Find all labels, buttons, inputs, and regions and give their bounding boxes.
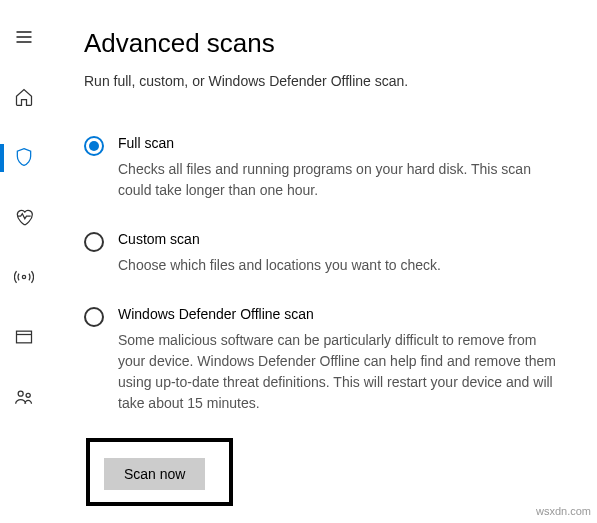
menu-icon <box>14 27 34 50</box>
radio-offline-scan[interactable] <box>84 307 104 327</box>
svg-rect-4 <box>17 331 32 343</box>
svg-point-6 <box>18 391 23 396</box>
sidebar-menu[interactable] <box>0 18 48 58</box>
page-subtitle: Run full, custom, or Windows Defender Of… <box>84 73 561 89</box>
svg-point-3 <box>22 275 25 278</box>
sidebar-security[interactable] <box>0 138 48 178</box>
option-desc: Some malicious software can be particula… <box>118 330 561 414</box>
main-content: Advanced scans Run full, custom, or Wind… <box>48 0 597 523</box>
option-label: Custom scan <box>118 231 561 247</box>
scan-now-button[interactable]: Scan now <box>104 458 205 490</box>
heart-icon <box>14 207 34 230</box>
people-icon <box>14 387 34 410</box>
network-icon <box>14 267 34 290</box>
radio-full-scan[interactable] <box>84 136 104 156</box>
sidebar-network[interactable] <box>0 258 48 298</box>
option-full-scan: Full scan Checks all files and running p… <box>84 135 561 201</box>
option-custom-scan: Custom scan Choose which files and locat… <box>84 231 561 276</box>
highlight-box: Scan now <box>86 438 233 506</box>
sidebar <box>0 0 48 523</box>
option-label: Full scan <box>118 135 561 151</box>
radio-custom-scan[interactable] <box>84 232 104 252</box>
option-desc: Choose which files and locations you wan… <box>118 255 561 276</box>
sidebar-home[interactable] <box>0 78 48 118</box>
option-offline-scan: Windows Defender Offline scan Some malic… <box>84 306 561 414</box>
app-icon <box>14 327 34 350</box>
option-label: Windows Defender Offline scan <box>118 306 561 322</box>
svg-point-7 <box>26 393 30 397</box>
sidebar-app[interactable] <box>0 318 48 358</box>
option-desc: Checks all files and running programs on… <box>118 159 561 201</box>
shield-icon <box>14 147 34 170</box>
sidebar-family[interactable] <box>0 378 48 418</box>
watermark: wsxdn.com <box>536 505 591 517</box>
page-title: Advanced scans <box>84 28 561 59</box>
sidebar-health[interactable] <box>0 198 48 238</box>
home-icon <box>14 87 34 110</box>
